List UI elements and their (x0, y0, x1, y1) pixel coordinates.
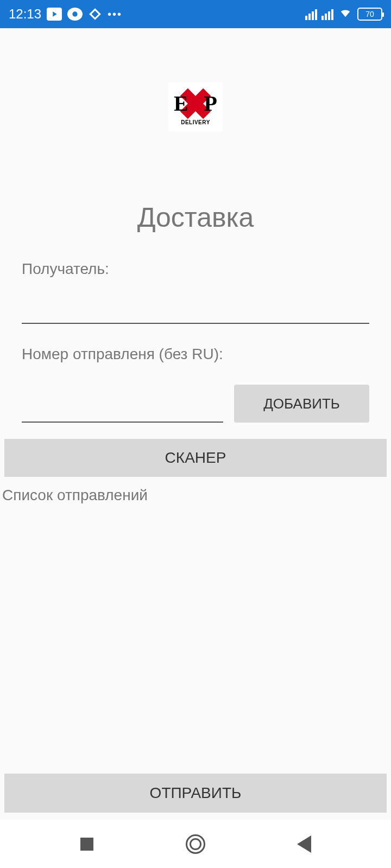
triangle-icon (297, 835, 311, 853)
app-logo: E P DELIVERY (168, 82, 223, 131)
more-icon: ••• (108, 8, 122, 21)
navigation-bar (0, 819, 391, 868)
logo-letter-right: P (204, 91, 217, 116)
shipment-label: Номер отправленя (без RU): (22, 346, 369, 363)
status-left: 12:13 ••• (9, 7, 122, 22)
youtube-icon (47, 8, 62, 21)
recipient-label: Получатель: (22, 260, 369, 278)
nav-back-button[interactable] (293, 833, 315, 855)
page-title: Доставка (0, 202, 391, 233)
submit-button[interactable]: ОТПРАВИТЬ (4, 774, 387, 813)
signal-icon-1 (305, 8, 317, 20)
content-area: E P DELIVERY Доставка Получатель: Номер … (0, 28, 391, 819)
app-icon (67, 8, 83, 21)
logo-wrap: E P DELIVERY (0, 28, 391, 131)
svg-point-0 (72, 11, 77, 16)
logo-subtitle: DELIVERY (181, 119, 210, 125)
circle-icon (186, 834, 205, 854)
recipient-input[interactable] (22, 291, 369, 324)
logo-letter-left: E (174, 91, 188, 116)
delivery-form: Получатель: Номер отправленя (без RU): Д… (0, 260, 391, 423)
square-icon (80, 838, 93, 851)
sync-icon (88, 7, 102, 21)
shipment-number-input[interactable] (22, 390, 223, 423)
signal-icon-2 (321, 8, 333, 20)
status-right: 70 (305, 7, 382, 22)
status-time: 12:13 (9, 7, 41, 22)
status-bar: 12:13 ••• 70 (0, 0, 391, 28)
add-button[interactable]: ДОБАВИТЬ (234, 385, 369, 423)
nav-home-button[interactable] (185, 833, 206, 855)
scanner-button[interactable]: СКАНЕР (4, 439, 387, 477)
battery-icon: 70 (357, 8, 382, 21)
shipments-list-header: Список отправлений (2, 487, 391, 504)
nav-recents-button[interactable] (76, 833, 98, 855)
wifi-icon (338, 7, 353, 22)
battery-level: 70 (365, 10, 374, 18)
